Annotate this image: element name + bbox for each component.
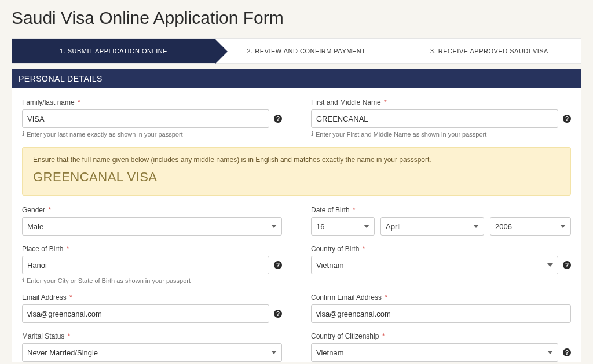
label-last-name: Family/last name * xyxy=(22,98,282,106)
full-name-notice: Ensure that the full name given below (i… xyxy=(22,147,571,196)
step-2-review[interactable]: 2. REVIEW AND CONFIRM PAYMENT xyxy=(215,39,398,63)
dob-year-select[interactable]: 2006 xyxy=(490,217,571,236)
email-input[interactable] xyxy=(22,304,269,323)
page-title: Saudi Visa Online Application Form xyxy=(0,0,593,38)
form-personal-details: Family/last name * ? Enter your last nam… xyxy=(12,88,581,362)
label-dob: Date of Birth * xyxy=(311,206,571,214)
hint-place-of-birth: Enter your City or State of Birth as sho… xyxy=(22,277,282,284)
hint-first-name: Enter your First and Middle Name as show… xyxy=(311,130,571,138)
label-email: Email Address * xyxy=(22,293,282,302)
label-marital-status: Marital Status * xyxy=(22,332,282,340)
confirm-email-input[interactable] xyxy=(311,304,571,323)
info-icon xyxy=(22,130,24,138)
hint-last-name: Enter your last name exactly as shown in… xyxy=(22,130,282,138)
info-icon xyxy=(22,277,24,284)
first-name-input[interactable] xyxy=(311,109,558,128)
marital-status-select[interactable]: Never Married/Single xyxy=(22,343,282,362)
dob-day-select[interactable]: 16 xyxy=(311,217,375,236)
label-first-name: First and Middle Name * xyxy=(311,98,571,106)
question-icon[interactable]: ? xyxy=(274,310,282,318)
dob-month-select[interactable]: April xyxy=(380,217,484,236)
question-icon[interactable]: ? xyxy=(563,261,571,269)
country-of-birth-select[interactable]: Vietnam xyxy=(311,256,558,274)
citizenship-select[interactable]: Vietnam xyxy=(311,343,558,362)
section-header-personal: PERSONAL DETAILS xyxy=(12,69,581,88)
label-gender: Gender * xyxy=(22,206,282,214)
info-icon xyxy=(311,130,313,138)
last-name-input[interactable] xyxy=(22,109,269,128)
label-place-of-birth: Place of Birth * xyxy=(22,245,282,253)
question-icon[interactable]: ? xyxy=(563,115,571,123)
notice-text: Ensure that the full name given below (i… xyxy=(33,156,560,164)
question-icon[interactable]: ? xyxy=(274,261,282,269)
progress-stepper: 1. SUBMIT APPLICATION ONLINE 2. REVIEW A… xyxy=(12,38,581,64)
step-1-submit[interactable]: 1. SUBMIT APPLICATION ONLINE xyxy=(12,39,215,63)
label-confirm-email: Confirm Email Address * xyxy=(311,293,571,302)
label-country-of-birth: Country of Birth * xyxy=(311,245,571,253)
label-citizenship: Country of Citizenship * xyxy=(311,332,571,340)
question-icon[interactable]: ? xyxy=(563,348,571,356)
notice-full-name: GREENCANAL VISA xyxy=(33,170,560,185)
question-icon[interactable]: ? xyxy=(274,115,282,123)
place-of-birth-input[interactable] xyxy=(22,256,269,274)
gender-select[interactable]: Male xyxy=(22,217,282,236)
step-3-receive[interactable]: 3. RECEIVE APPROVED SAUDI VISA xyxy=(398,39,581,63)
